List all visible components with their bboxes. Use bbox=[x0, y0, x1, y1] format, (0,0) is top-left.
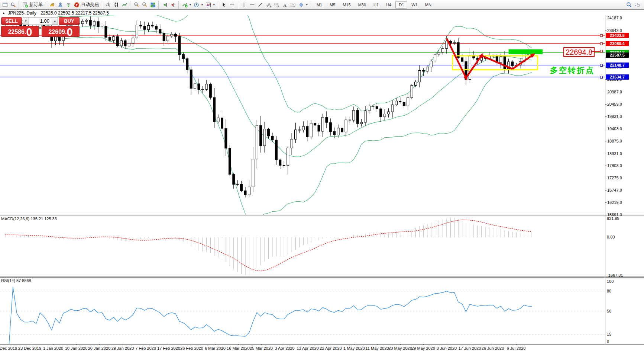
sell-price-display[interactable]: 22586.0 bbox=[1, 26, 39, 37]
price-tick-label: 24187.0 bbox=[607, 16, 622, 20]
price-tick-label: 20459.0 bbox=[607, 102, 622, 106]
price-tick-mark bbox=[605, 166, 606, 166]
templates-icon[interactable] bbox=[204, 1, 213, 9]
timeframe-button-d1[interactable]: D1 bbox=[395, 1, 407, 9]
date-tick-mark bbox=[308, 344, 308, 345]
price-axis-badge: 23080.4 bbox=[606, 41, 629, 46]
price-chart-pane[interactable] bbox=[0, 15, 605, 215]
level-line-anchor bbox=[600, 42, 603, 45]
buy-price-text: 22609. bbox=[48, 28, 67, 36]
channel-icon[interactable]: E bbox=[265, 1, 273, 9]
periods-icon[interactable] bbox=[192, 1, 201, 9]
search-icon[interactable] bbox=[625, 1, 633, 9]
cursor-icon[interactable] bbox=[220, 1, 228, 9]
macd-pane[interactable] bbox=[0, 216, 605, 276]
date-axis-label: 6 Mar 2020 bbox=[205, 346, 226, 351]
timeframe-button-h4[interactable]: H4 bbox=[383, 1, 395, 9]
date-tick-mark bbox=[123, 344, 123, 345]
pane-separator[interactable] bbox=[0, 215, 644, 215]
pane-separator[interactable] bbox=[0, 276, 644, 276]
dropdown-caret-icon[interactable]: ▼ bbox=[201, 3, 204, 6]
level-line-anchor bbox=[600, 64, 603, 67]
zoom-out-icon[interactable] bbox=[140, 1, 149, 9]
toolbar-separator bbox=[178, 1, 179, 9]
timeframe-button-mn[interactable]: MN bbox=[422, 1, 435, 9]
rsi-axis-label: 80 bbox=[607, 289, 611, 293]
date-axis-label: 29 May 2020 bbox=[411, 346, 435, 351]
autotrading-button-label[interactable]: 自动交易 bbox=[81, 1, 99, 8]
bar-chart-icon[interactable] bbox=[104, 1, 112, 9]
svg-text:E: E bbox=[270, 5, 272, 7]
volume-increase-button[interactable]: ▲ bbox=[52, 17, 58, 25]
text-icon[interactable]: A bbox=[281, 1, 289, 9]
market-watch-icon[interactable] bbox=[9, 1, 17, 9]
zoom-in-icon[interactable] bbox=[132, 1, 140, 9]
turning-point-note[interactable]: 多空转折点 bbox=[550, 65, 595, 76]
date-axis-label: 3 Apr 2020 bbox=[275, 346, 294, 351]
price-tick-mark bbox=[605, 154, 606, 154]
buy-price-display[interactable]: 22609.0 bbox=[42, 26, 80, 37]
fibonacci-icon[interactable]: F bbox=[273, 1, 281, 9]
shapes-icon[interactable] bbox=[297, 1, 305, 9]
chat-icon[interactable] bbox=[633, 1, 641, 9]
resistance-zone-bar[interactable] bbox=[509, 49, 543, 54]
buy-button[interactable]: BUY bbox=[59, 17, 80, 25]
trendline-icon[interactable] bbox=[256, 1, 265, 9]
zigzag-arrow-annotation[interactable] bbox=[447, 38, 535, 80]
date-axis-label: 7 Feb 2020 bbox=[135, 346, 156, 351]
candlestick-icon[interactable] bbox=[112, 1, 120, 9]
line-chart-icon[interactable] bbox=[120, 1, 129, 9]
toolbar-separator bbox=[102, 1, 103, 9]
timeframe-button-m15[interactable]: M15 bbox=[339, 1, 354, 9]
rsi-axis-label: 50 bbox=[607, 309, 611, 313]
dropdown-caret-icon[interactable]: ▼ bbox=[189, 3, 192, 6]
new-order-icon[interactable] bbox=[21, 1, 29, 9]
dropdown-caret-icon[interactable]: ▼ bbox=[213, 3, 216, 6]
autoscroll-icon[interactable] bbox=[161, 1, 169, 9]
new-order-button-label[interactable]: 新订单 bbox=[29, 1, 43, 8]
sell-button[interactable]: SELL bbox=[1, 17, 22, 25]
resistance-label-anchor bbox=[600, 50, 603, 52]
autotrading-icon[interactable] bbox=[72, 1, 81, 9]
date-axis-label: 25 Mar 2020 bbox=[250, 346, 273, 351]
timeframe-button-m5[interactable]: M5 bbox=[326, 1, 339, 9]
tile-windows-icon[interactable] bbox=[149, 1, 157, 9]
signals-icon[interactable] bbox=[56, 1, 64, 9]
rsi-axis-label: 0 bbox=[607, 339, 609, 343]
window-icon[interactable] bbox=[1, 1, 9, 9]
chart-shift-icon[interactable] bbox=[169, 1, 177, 9]
pane-separator[interactable] bbox=[0, 214, 644, 214]
volume-decrease-button[interactable]: ▼ bbox=[23, 17, 29, 25]
timeframe-button-h1[interactable]: H1 bbox=[370, 1, 382, 9]
macd-axis-label: -1667.31 bbox=[607, 273, 623, 278]
date-tick-mark bbox=[146, 344, 146, 345]
resistance-price-label[interactable]: 22694.8 bbox=[563, 47, 595, 57]
timeframe-button-m30[interactable]: M30 bbox=[355, 1, 369, 9]
connection-icon[interactable] bbox=[64, 1, 72, 9]
pane-separator[interactable] bbox=[0, 277, 644, 278]
timeframe-button-m1[interactable]: M1 bbox=[313, 1, 326, 9]
gold-icon[interactable] bbox=[48, 1, 56, 9]
toolbar-separator bbox=[130, 1, 131, 9]
volume-input[interactable] bbox=[29, 17, 52, 25]
crosshair-icon[interactable] bbox=[228, 1, 236, 9]
sell-price-text: 22586. bbox=[8, 28, 26, 36]
timeframe-button-w1[interactable]: W1 bbox=[408, 1, 421, 9]
new-indicator-icon[interactable] bbox=[181, 1, 189, 9]
date-axis-label: 1 Jan 2020 bbox=[43, 346, 63, 351]
price-tick-label: 17803.0 bbox=[607, 163, 622, 168]
toolbar-separator bbox=[238, 1, 239, 9]
chart-window-icon: ▲ bbox=[2, 12, 5, 15]
dropdown-caret-icon[interactable]: ▼ bbox=[305, 3, 308, 6]
date-axis-label: 26 Jun 2020 bbox=[482, 346, 504, 351]
horizontal-line-icon[interactable] bbox=[248, 1, 256, 9]
label-icon[interactable]: T bbox=[289, 1, 297, 9]
vertical-line-icon[interactable] bbox=[240, 1, 248, 9]
price-tick-label: 19931.0 bbox=[607, 114, 622, 119]
buy-price-big-digit: 0 bbox=[67, 27, 72, 37]
price-axis-badge: 22148.7 bbox=[606, 63, 629, 68]
time-axis-line bbox=[0, 344, 644, 345]
date-axis-label: 1 May 2020 bbox=[343, 346, 365, 351]
rsi-pane[interactable] bbox=[0, 278, 605, 344]
date-tick-mark bbox=[493, 344, 493, 345]
